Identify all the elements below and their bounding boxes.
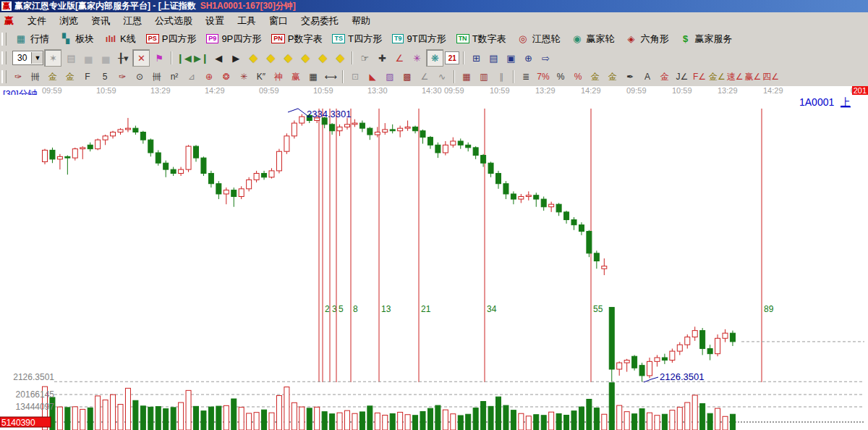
candle-body[interactable] [700, 331, 705, 349]
volume-bar[interactable] [367, 406, 373, 430]
j-angle-icon[interactable]: J∠ [674, 69, 690, 85]
range-measure-icon[interactable]: ⟷ [323, 69, 339, 85]
candle-body[interactable] [359, 123, 365, 128]
t-square-button[interactable]: TST四方形 [327, 31, 386, 47]
candle-body[interactable] [685, 337, 690, 345]
ying-tool-icon[interactable]: 赢 [288, 69, 304, 85]
volume-bar[interactable] [670, 410, 675, 430]
candle-body[interactable] [140, 132, 145, 140]
candle-body[interactable] [549, 204, 554, 207]
t-number-table-button[interactable]: TNT数字表 [451, 31, 511, 47]
volume-bar[interactable] [330, 414, 335, 430]
fan-lines-icon[interactable]: ◣ [365, 69, 380, 85]
circle-cycle-icon[interactable]: ⊙ [132, 69, 148, 85]
volume-bar[interactable] [390, 413, 395, 430]
candle-body[interactable] [624, 361, 629, 363]
candle-body[interactable] [496, 173, 501, 183]
volume-bar[interactable] [375, 413, 380, 430]
volume-bar[interactable] [284, 387, 289, 430]
cycle-ruler-icon[interactable]: ▦ [305, 69, 321, 85]
window-titlebar[interactable]: 赢 赢家江恩专业版[赢家内部服务平台] - [上证指数 SH1A0001-167… [0, 0, 868, 12]
k-pattern-icon[interactable]: ✕ [132, 49, 150, 67]
volume-bar[interactable] [715, 408, 720, 430]
volume-bar[interactable] [398, 412, 403, 430]
candle-body[interactable] [541, 199, 546, 207]
save-icon[interactable]: ▣ [503, 50, 519, 66]
angle-ruler-icon[interactable]: ⊿ [184, 69, 200, 85]
candle-body[interactable] [466, 145, 471, 148]
bars-9-icon[interactable]: ▅ [98, 50, 114, 66]
candle-body[interactable] [488, 163, 493, 173]
gold-circle-icon[interactable]: 金 [587, 69, 603, 85]
toolbar-grip[interactable] [1, 33, 7, 46]
candle-body[interactable] [133, 128, 138, 132]
volume-bar[interactable] [103, 400, 108, 430]
chevron-down-icon[interactable]: ▼ [31, 52, 43, 64]
volume-bar[interactable] [519, 413, 524, 430]
kline-button[interactable]: ılılK线 [99, 31, 141, 47]
gann-compass-icon[interactable]: ⊕ [201, 69, 217, 85]
web-teal-icon[interactable]: ❋ [426, 49, 443, 67]
candle-body[interactable] [594, 253, 599, 261]
volume-bar[interactable] [186, 390, 191, 430]
volume-bar[interactable] [254, 413, 259, 430]
volume-bar[interactable] [359, 412, 365, 430]
volume-bar[interactable] [587, 399, 592, 430]
grid-box-1-icon[interactable]: ▦ [459, 69, 475, 85]
volume-bar[interactable] [451, 414, 456, 430]
9p-square-button[interactable]: P99P四方形 [201, 31, 266, 47]
candle-body[interactable] [420, 131, 425, 138]
volume-bar[interactable] [322, 412, 327, 430]
candle-body[interactable] [587, 232, 592, 253]
next-bar-icon[interactable]: ▶ [228, 50, 244, 66]
candle-body[interactable] [194, 146, 199, 158]
volume-bar[interactable] [427, 408, 433, 430]
grid-diamond-icon[interactable]: ◆ [332, 50, 348, 66]
last-bar-icon[interactable]: ▶❙ [193, 50, 209, 66]
volume-bar[interactable] [276, 395, 281, 430]
candle-body[interactable] [269, 171, 274, 177]
candle-body[interactable] [262, 173, 267, 177]
export-icon[interactable]: ⊕ [520, 50, 536, 66]
angle-measure-icon[interactable]: ∠ [391, 50, 407, 66]
calculator-icon[interactable]: ⊞ [468, 50, 484, 66]
candle-body[interactable] [413, 127, 418, 130]
box-web-icon[interactable]: ▨ [382, 69, 398, 85]
volume-bar[interactable] [541, 416, 546, 430]
menu-item-资讯[interactable]: 资讯 [85, 14, 116, 28]
volume-bar[interactable] [216, 406, 221, 430]
candle-body[interactable] [352, 123, 357, 125]
volume-bar[interactable] [692, 395, 697, 430]
candle-body[interactable] [526, 195, 531, 197]
candle-body[interactable] [639, 366, 644, 376]
volume-bar[interactable] [503, 405, 509, 430]
candle-body[interactable] [519, 197, 524, 200]
volume-bar[interactable] [526, 416, 531, 430]
menu-item-交易委托[interactable]: 交易委托 [294, 14, 345, 28]
volume-bar[interactable] [307, 408, 312, 430]
candle-body[interactable] [556, 204, 561, 212]
box-grid-icon[interactable]: ▩ [399, 69, 415, 85]
volume-bar[interactable] [473, 408, 478, 430]
volume-bar[interactable] [639, 409, 644, 430]
volume-bar[interactable] [337, 413, 342, 430]
prev-bar-icon[interactable]: ◀ [210, 50, 226, 66]
candle-body[interactable] [156, 153, 161, 163]
candle-body[interactable] [50, 150, 55, 159]
volume-bar[interactable] [677, 408, 682, 430]
candle-body[interactable] [375, 132, 380, 135]
candle-body[interactable] [231, 190, 237, 197]
candle-body[interactable] [647, 361, 652, 376]
candle-body[interactable] [451, 141, 456, 145]
candle-body[interactable] [564, 212, 569, 220]
volume-bar[interactable] [602, 414, 607, 430]
percent-icon[interactable]: % [553, 69, 569, 85]
n-squared-icon[interactable]: n² [166, 69, 182, 85]
menu-item-帮助[interactable]: 帮助 [345, 14, 377, 28]
candle-body[interactable] [254, 173, 259, 180]
volume-bar[interactable] [148, 407, 153, 430]
chart-canvas[interactable]: 235813213455892126.350120166145134440975… [0, 95, 868, 430]
gann-wheel-button[interactable]: ◎江恩轮 [511, 31, 566, 47]
candle-body[interactable] [707, 349, 712, 354]
gold-lines-icon[interactable]: 金 [605, 69, 621, 85]
